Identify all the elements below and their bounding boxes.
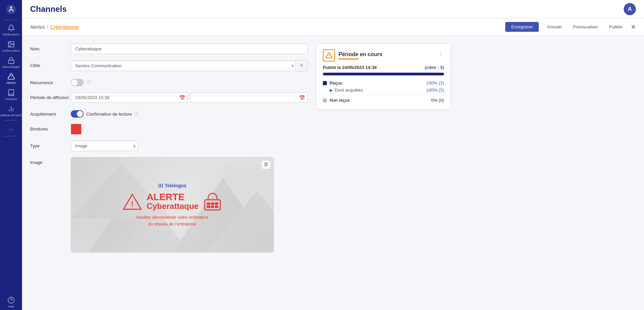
image-preview-wrapper: ⁞⁞⁞ Telelogos ! <box>71 157 274 253</box>
acquittement-wrapper: Confirmation de lecture ⓘ <box>71 109 308 118</box>
svg-rect-24 <box>211 206 214 208</box>
sidebar-item-annuaire-label: Annuaire <box>5 97 17 101</box>
svg-rect-25 <box>215 206 218 208</box>
page-title: Channels <box>30 4 67 14</box>
acquittement-toggle[interactable] <box>71 110 84 118</box>
sidebar-divider-top <box>4 20 18 20</box>
stats-card-title-wrapper: Période en cours <box>323 49 382 62</box>
breadcrumb-separator: / <box>47 24 48 30</box>
form-row-bordures: Bordures <box>30 124 308 135</box>
image-delete-button[interactable] <box>261 160 271 169</box>
breadcrumb-actions: Enregistrer Annuler Prévisualiser Publie… <box>505 22 636 32</box>
sidebar-item-notifications-label: Notifications <box>3 33 19 37</box>
bordures-control <box>71 124 308 135</box>
breadcrumb-bar: Alertes / Cyberattaque Enregistrer Annul… <box>22 19 644 35</box>
stats-card-title-text: Période en cours <box>338 51 382 59</box>
save-button[interactable]: Enregistrer <box>505 22 539 32</box>
preview-lock-icon <box>203 192 222 211</box>
date-end-wrapper: 📅 <box>191 92 308 103</box>
preview-alert-row: ! ALERTE Cyberattaque <box>123 192 221 211</box>
chevron-right-icon: ▶ <box>330 88 333 93</box>
acquittement-info-icon[interactable]: ⓘ <box>134 111 139 117</box>
cible-label: Cible <box>30 60 71 68</box>
svg-point-10 <box>8 297 14 303</box>
image-preview: ⁞⁞⁞ Telelogos ! <box>71 158 273 252</box>
stats-recus-label: Reçus <box>330 80 342 86</box>
cancel-button[interactable]: Annuler <box>544 23 565 31</box>
recurrence-info-icon[interactable]: ⓘ <box>87 79 91 86</box>
nom-control <box>71 44 308 54</box>
bordures-color-swatch[interactable] <box>71 124 82 135</box>
stats-progress-fill <box>323 73 444 75</box>
stats-acquittes-label: Dont acquittés <box>335 88 363 93</box>
nom-input[interactable] <box>71 44 308 54</box>
close-button[interactable]: ✕ <box>631 24 636 30</box>
form-row-periode: Période de diffusion 📅 📅 <box>30 92 308 103</box>
stats-non-recus-dot <box>323 98 327 102</box>
sidebar-divider-mid <box>4 120 18 120</box>
type-select-wrapper: Image Texte Vidéo ▾ <box>71 141 138 151</box>
cible-select-wrapper: Service Communication ▾ <box>71 60 308 71</box>
recurrence-toggle[interactable] <box>71 79 84 86</box>
stats-card-header: Période en cours ⋮ <box>323 49 444 62</box>
avatar[interactable]: A <box>624 3 636 15</box>
sidebar-item-alertes[interactable]: Alertes <box>0 70 22 86</box>
svg-rect-4 <box>8 60 14 64</box>
stats-published-text: Publié le 24/05/2023 14:39 <box>323 65 377 70</box>
date-end-input[interactable] <box>191 92 308 103</box>
stats-non-recus-value: 0% (0) <box>431 98 444 103</box>
image-control: ⁞⁞⁞ Telelogos ! <box>71 157 308 253</box>
date-start-wrapper: 📅 <box>71 92 188 103</box>
sidebar-item-verrouillages[interactable]: Verrouillages <box>0 54 22 70</box>
sidebar-item-annuaire[interactable]: Annuaire <box>0 86 22 102</box>
cible-control: Service Communication ▾ <box>71 60 308 71</box>
form-row-cible: Cible Service Communication ▾ <box>30 60 308 71</box>
stats-subrow-acquittes: ▶ Dont acquittés 100% (3) <box>323 87 444 94</box>
sidebar-item-aide[interactable]: Aide <box>0 294 22 310</box>
stats-acquittes-value: 100% (3) <box>426 88 444 93</box>
sidebar-divider-bottom <box>4 136 18 136</box>
sidebar-item-arriere-plans[interactable]: Arrière-plans <box>0 38 22 54</box>
app-logo[interactable] <box>0 0 22 19</box>
calendar-end-icon[interactable]: 📅 <box>299 95 305 100</box>
svg-rect-22 <box>215 202 218 205</box>
preview-logo-text: Telelogos <box>165 183 186 188</box>
preview-alert-title: ALERTE <box>147 192 198 202</box>
breadcrumb: Alertes / Cyberattaque <box>30 24 79 30</box>
stats-card-title: Période en cours <box>338 51 382 57</box>
date-range: 📅 📅 <box>71 92 308 103</box>
preview-title-block: ALERTE Cyberattaque <box>147 192 198 211</box>
calendar-start-icon[interactable]: 📅 <box>179 95 185 100</box>
form-row-recurrence: Récurrence ⓘ <box>30 77 308 86</box>
acquittement-control: Confirmation de lecture ⓘ <box>71 109 308 118</box>
stats-recus-value: 100% (3) <box>426 80 444 86</box>
stats-more-button[interactable]: ⋮ <box>437 49 444 56</box>
cible-select[interactable]: Service Communication <box>71 61 296 71</box>
type-select[interactable]: Image Texte Vidéo <box>71 141 138 151</box>
stats-target-link[interactable]: (cible : 3) <box>425 65 444 70</box>
preview-button[interactable]: Prévisualiser <box>570 23 601 31</box>
image-label: Image <box>30 157 71 165</box>
sidebar-item-notifications[interactable]: Notifications <box>0 22 22 38</box>
preview-logo: ⁞⁞⁞ Telelogos <box>158 183 186 189</box>
content-area: Nom Cible Service Communication ▾ <box>22 35 644 310</box>
sidebar-item-tableau-de-bord[interactable]: tableau de bord <box>0 102 22 119</box>
type-label: Type <box>30 141 71 148</box>
stats-published-row: Publié le 24/05/2023 14:39 (cible : 3) <box>323 65 444 70</box>
bordures-label: Bordures <box>30 124 71 132</box>
preview-alert-subtitle: Cyberattaque <box>147 202 198 211</box>
stats-row-recus: Reçus 100% (3) <box>323 79 444 87</box>
cible-target-button[interactable] <box>296 60 308 71</box>
stats-non-recus-label: Non reçus <box>330 98 350 103</box>
preview-subtitle: Veuillez déconnecter votre ordinateur du… <box>136 214 209 227</box>
main-content: Channels A Alertes / Cyberattaque Enregi… <box>22 0 644 310</box>
date-start-input[interactable] <box>71 92 188 103</box>
sidebar-more-button[interactable]: ... <box>0 122 22 135</box>
breadcrumb-parent[interactable]: Alertes <box>30 24 45 30</box>
publish-button[interactable]: Publier <box>606 23 625 31</box>
recurrence-toggle-wrapper: ⓘ <box>71 77 308 86</box>
sidebar-item-aide-label: Aide <box>8 305 14 309</box>
breadcrumb-current[interactable]: Cyberattaque <box>50 24 79 30</box>
stats-recus-dot <box>323 81 327 85</box>
svg-rect-23 <box>207 206 210 208</box>
